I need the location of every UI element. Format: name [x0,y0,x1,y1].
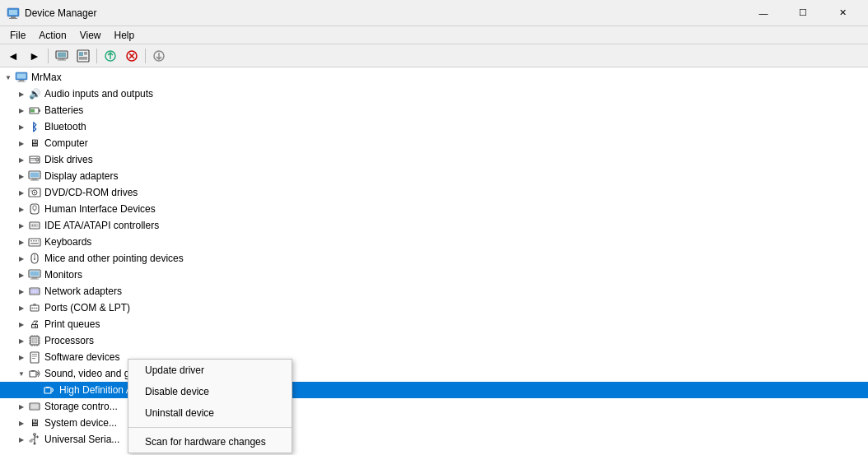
print-icon: 🖨 [28,318,41,331]
close-button[interactable]: ✕ [824,0,861,26]
svg-rect-48 [30,240,32,242]
root-expand[interactable]: ▼ [2,71,15,84]
mice-label: Mice and other pointing devices [44,253,184,264]
svg-point-99 [34,443,36,445]
monitors-label: Monitors [44,269,82,281]
computer-label: Computer [44,137,88,149]
svg-rect-49 [33,240,35,242]
svg-rect-24 [39,109,40,112]
keyboards-label: Keyboards [44,236,91,248]
network-label: Network adapters [44,286,122,297]
toolbar-separator-2 [96,49,97,63]
svg-rect-93 [30,404,39,409]
context-menu-separator [128,427,292,428]
ide-label: IDE ATA/ATAPI controllers [44,220,159,231]
minimize-button[interactable]: — [744,0,782,26]
svg-rect-2 [11,16,16,18]
sound-expand[interactable]: ▼ [15,367,28,380]
disk-expand[interactable]: ▶ [15,153,28,166]
svg-rect-7 [58,59,66,60]
toolbar-properties-button[interactable] [73,47,93,65]
tree-item-print[interactable]: ▶ 🖨 Print queues [0,316,868,332]
hid-label: Human Interface Devices [44,203,156,215]
toolbar-computer-button[interactable] [52,47,72,65]
storage-expand[interactable]: ▶ [15,400,28,413]
svg-rect-47 [29,239,40,246]
menu-item-help[interactable]: Help [108,28,142,43]
dvd-expand[interactable]: ▶ [15,186,28,199]
audio-expand[interactable]: ▶ [15,87,28,100]
tree-root[interactable]: ▼ MrMax [0,69,868,86]
svg-rect-3 [9,18,17,19]
tree-item-display[interactable]: ▶ Display adapters [0,168,868,184]
tree-item-monitors[interactable]: ▶ Monitors [0,267,868,283]
hid-expand[interactable]: ▶ [15,202,28,216]
system-expand[interactable]: ▶ [15,416,28,429]
print-expand[interactable]: ▶ [15,318,28,331]
svg-rect-33 [32,179,37,180]
usb-label: Universal Seria... [44,434,119,445]
maximize-button[interactable]: ☐ [784,0,822,26]
tree-item-dvd[interactable]: ▶ DVD/CD-ROM drives [0,184,868,201]
svg-rect-57 [30,272,40,276]
root-icon [15,71,28,84]
ports-expand[interactable]: ▶ [15,301,28,314]
keyboards-expand[interactable]: ▶ [15,235,28,248]
toolbar-forward-button[interactable]: ► [25,47,44,65]
monitors-icon [28,268,41,281]
tree-item-bluetooth[interactable]: ▶ ᛒ Bluetooth [0,118,868,135]
computer-expand[interactable]: ▶ [15,137,28,150]
svg-rect-5 [58,52,66,57]
hid-icon [28,202,41,216]
tree-item-ports[interactable]: ▶ Ports (COM & LPT) [0,299,868,316]
menu-item-view[interactable]: View [73,28,108,43]
keyboards-icon [28,235,41,248]
processors-label: Processors [44,335,94,346]
svg-marker-98 [37,435,39,439]
menu-item-file[interactable]: File [3,28,32,43]
context-menu-scan-hardware[interactable]: Scan for hardware changes [128,431,292,453]
svg-point-68 [36,308,38,309]
tree-item-keyboards[interactable]: ▶ Keyboards [0,234,868,250]
audio-label: Audio inputs and outputs [44,88,153,100]
svg-point-67 [34,308,35,309]
svg-rect-11 [84,53,87,55]
batteries-expand[interactable]: ▶ [15,104,28,117]
print-label: Print queues [44,318,100,330]
menu-item-action[interactable]: Action [32,28,72,43]
tree-item-audio[interactable]: ▶ 🔊 Audio inputs and outputs [0,86,868,102]
bluetooth-icon: ᛒ [28,120,41,133]
tree-item-network[interactable]: ▶ Network adapters [0,283,868,299]
network-expand[interactable]: ▶ [15,285,28,298]
context-menu-disable-device[interactable]: Disable device [128,381,292,402]
toolbar-back-button[interactable]: ◄ [3,47,23,65]
sound-icon [28,367,41,380]
processors-expand[interactable]: ▶ [15,334,28,347]
software-expand[interactable]: ▶ [15,351,28,364]
context-menu-update-driver[interactable]: Update driver [128,360,292,381]
ide-expand[interactable]: ▶ [15,219,28,232]
tree-item-mice[interactable]: ▶ Mice and other pointing devices [0,250,868,267]
mice-expand[interactable]: ▶ [15,252,28,265]
toolbar-scan-button[interactable] [149,47,169,65]
svg-rect-20 [17,74,26,79]
bluetooth-label: Bluetooth [44,121,86,132]
monitors-expand[interactable]: ▶ [15,268,28,281]
toolbar-update-button[interactable] [100,47,120,65]
menu-bar: FileActionViewHelp [0,26,868,44]
ide-icon [28,219,41,232]
tree-item-disk[interactable]: ▶ Disk drives [0,151,868,168]
title-bar: Device Manager — ☐ ✕ [0,0,868,26]
tree-item-ide[interactable]: ▶ IDE ATA/ATAPI controllers [0,217,868,234]
tree-item-computer[interactable]: ▶ 🖥 Computer [0,135,868,151]
tree-item-processors[interactable]: ▶ Processors [0,332,868,349]
context-menu: Update driver Disable device Uninstall d… [128,359,292,453]
bluetooth-expand[interactable]: ▶ [15,120,28,133]
display-expand[interactable]: ▶ [15,169,28,183]
context-menu-uninstall-device[interactable]: Uninstall device [128,402,292,424]
tree-item-batteries[interactable]: ▶ Batteries [0,102,868,118]
software-label: Software devices [44,351,119,363]
toolbar-uninstall-button[interactable] [122,47,142,65]
usb-expand[interactable]: ▶ [15,433,28,446]
tree-item-hid[interactable]: ▶ Human Interface Devices [0,201,868,217]
